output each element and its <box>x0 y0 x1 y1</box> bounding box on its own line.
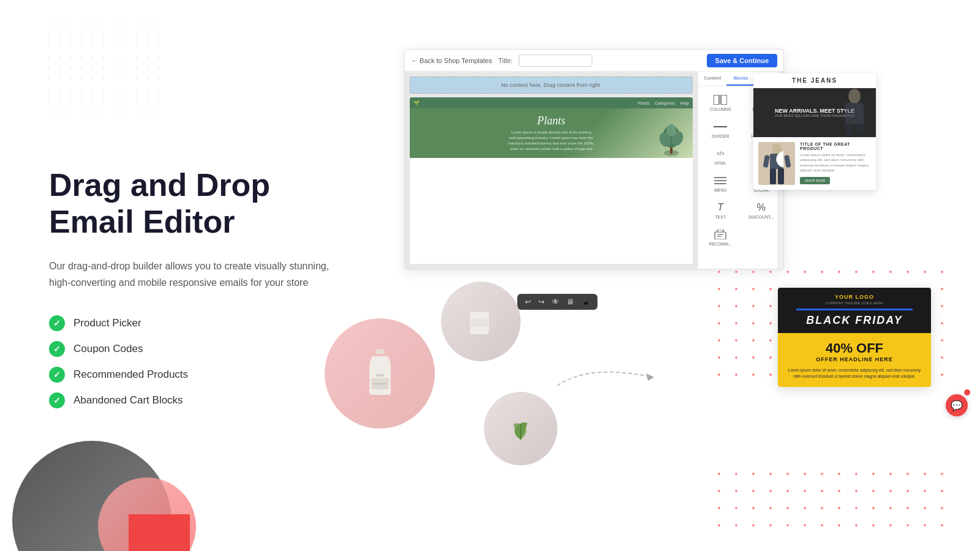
block-text-label: TEXT <box>715 215 726 219</box>
title-input[interactable] <box>519 54 592 67</box>
block-recommend[interactable]: RECOMM... <box>702 226 739 249</box>
editor-topbar: ← Back to Shop Templates Title: Save & C… <box>405 50 783 72</box>
title-label: Title: <box>498 57 512 64</box>
chat-notification-dot <box>964 389 970 395</box>
discount-icon: % <box>754 202 769 213</box>
menu-icon <box>713 175 728 186</box>
block-recommend-label: RECOMM... <box>709 242 732 246</box>
editor-window: ← Back to Shop Templates Title: Save & C… <box>404 49 784 269</box>
columns-icon <box>713 94 728 105</box>
svg-rect-7 <box>721 95 727 105</box>
black-friday-email: YOUR LOGO COMPANY TAGLINE GOES HERE BLAC… <box>778 288 931 387</box>
chat-bubble[interactable]: 💬 <box>946 394 968 416</box>
block-html[interactable]: </> HTML <box>702 145 739 168</box>
back-to-templates-link[interactable]: ← Back to Shop Templates <box>411 57 492 64</box>
text-icon: T <box>713 202 728 213</box>
svg-rect-30 <box>778 168 784 184</box>
svg-rect-31 <box>763 155 769 168</box>
svg-point-5 <box>666 124 676 137</box>
bf-title: BLACK FRIDAY <box>784 314 925 327</box>
bf-divider <box>796 309 913 310</box>
svg-rect-33 <box>375 349 385 354</box>
feature-label: Abandoned Cart Blocks <box>74 394 183 407</box>
desktop-icon[interactable]: 🖥 <box>567 298 574 306</box>
jeans-product: TITLE OF THE GREAT PRODUCT Lorem ipsum d… <box>753 137 876 190</box>
dashed-arrow <box>551 361 662 392</box>
plants-email-preview: 🌱 Plants Categories Help Plants Lorem ip… <box>410 97 693 264</box>
jeans-product-info: TITLE OF THE GREAT PRODUCT Lorem ipsum d… <box>800 142 871 185</box>
products-area: OUAI body lotion <box>325 282 557 478</box>
svg-text:OUAI: OUAI <box>375 373 383 377</box>
html-icon: </> <box>713 148 728 159</box>
check-icon <box>49 367 65 383</box>
jeans-product-desc: Lorem ipsum dolor sit amet, consectetur … <box>800 152 871 173</box>
block-columns-label: COLUMNS <box>710 107 731 111</box>
dot-pattern-topleft <box>43 18 165 116</box>
svg-text:body lotion: body lotion <box>374 382 385 385</box>
jeans-product-title: TITLE OF THE GREAT PRODUCT <box>800 142 871 151</box>
email-canvas: No content here. Drag content from right… <box>405 72 698 269</box>
jeans-header: THE JEANS <box>753 73 876 88</box>
svg-rect-37 <box>471 318 488 326</box>
tab-blocks[interactable]: Blocks <box>726 72 755 86</box>
block-columns[interactable]: COLUMNS <box>702 91 739 114</box>
jeans-hero: NEW ARRIVALS. MEET STYLE OUR BEST SELLER… <box>753 88 876 137</box>
svg-rect-29 <box>770 168 776 184</box>
bf-offer-headline: OFFER HEADLINE HERE <box>784 356 925 362</box>
drag-hint-text: No content here. Drag content from right… <box>501 82 601 88</box>
block-text[interactable]: T TEXT <box>702 199 739 222</box>
plants-logo: 🌱 <box>413 100 420 106</box>
plants-hero-title: Plants <box>417 114 685 127</box>
tab-content[interactable]: Content <box>698 72 726 86</box>
bf-discount: 40% OFF <box>784 340 925 356</box>
plants-nav-link-categories: Categories <box>655 101 676 105</box>
jeans-brand: THE JEANS <box>757 77 872 84</box>
divider-icon <box>713 121 728 132</box>
bf-logo: YOUR LOGO <box>784 294 925 300</box>
bf-tagline: COMPANY TAGLINE GOES HERE <box>784 301 925 305</box>
plants-nav: 🌱 Plants Categories Help <box>410 97 693 108</box>
plants-nav-links: Plants Categories Help <box>638 101 689 105</box>
block-discount-label: DISCOUNT... <box>748 215 774 219</box>
bf-header: YOUR LOGO COMPANY TAGLINE GOES HERE BLAC… <box>778 288 931 333</box>
jeans-email-preview: THE JEANS NEW ARRIVALS. MEET STYLE OUR B… <box>753 73 876 190</box>
svg-rect-25 <box>845 124 853 135</box>
plants-nav-link-help: Help <box>680 101 689 105</box>
plants-hero: Plants Lorem ipsum is simply dummy text … <box>410 108 693 158</box>
svg-rect-32 <box>784 155 791 168</box>
plants-nav-link-plants: Plants <box>638 101 649 105</box>
block-html-label: HTML <box>715 161 726 165</box>
check-icon <box>49 315 65 331</box>
plant-illustration <box>656 121 687 158</box>
shop-now-button[interactable]: SHOP NOW <box>800 177 830 184</box>
save-continue-button[interactable]: Save & Continue <box>707 54 777 67</box>
bf-description: Lorem ipsum dolor sit amet, consectetur … <box>784 367 925 380</box>
feature-label: Product Picker <box>74 317 141 329</box>
editor-area: ← Back to Shop Templates Title: Save & C… <box>355 49 858 294</box>
block-divider-label: DIVIDER <box>712 134 729 138</box>
bf-body: 40% OFF OFFER HEADLINE HERE Lorem ipsum … <box>778 333 931 387</box>
check-icon <box>49 392 65 408</box>
block-divider[interactable]: DIVIDER <box>702 118 739 141</box>
plants-hero-text: Lorem ipsum is simply dummy text of the … <box>417 130 685 152</box>
editor-content: No content here. Drag content from right… <box>405 72 783 269</box>
svg-rect-20 <box>715 232 726 239</box>
svg-rect-26 <box>856 124 864 135</box>
svg-rect-6 <box>714 95 719 105</box>
block-menu[interactable]: MENU <box>702 172 739 195</box>
page-title: Drag and Drop Email Editor <box>49 167 392 241</box>
feature-label: Coupon Codes <box>74 343 143 355</box>
drag-hint-area: No content here. Drag content from right… <box>410 77 693 94</box>
recommend-icon <box>713 229 728 240</box>
mobile-icon[interactable]: 📱 <box>581 298 590 306</box>
product-circle-bottle: OUAI body lotion <box>325 318 435 429</box>
subtitle: Our drag-and-drop builder allows you to … <box>49 258 343 291</box>
svg-marker-38 <box>646 373 654 381</box>
check-icon <box>49 341 65 357</box>
svg-point-23 <box>848 89 861 103</box>
deco-arc <box>129 514 190 551</box>
svg-rect-24 <box>845 103 864 124</box>
block-discount[interactable]: % DISCOUNT... <box>743 199 780 222</box>
product-circle-leaves <box>484 392 557 465</box>
product-circle-mug <box>441 282 521 361</box>
